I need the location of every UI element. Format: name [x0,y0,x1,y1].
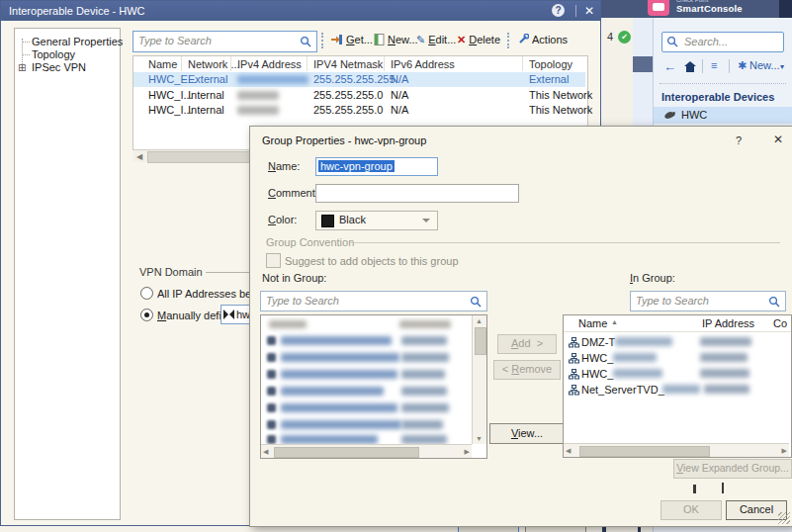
redacted-header [269,320,307,328]
column-header[interactable]: IPV4 Netmask [313,58,383,70]
session-changes-count: 4 [607,31,613,43]
column-header-name[interactable]: Name [578,317,607,329]
toolbar-grip [507,33,512,48]
scroll-right-icon[interactable]: ▶ [782,447,787,455]
vertical-scrollbar[interactable]: ▲ ▼ [472,315,486,444]
panel-scrollbar-thumb[interactable] [633,56,653,72]
column-header[interactable]: Network ... [188,58,240,70]
list-item[interactable]: HWC_ [564,350,776,366]
home-icon[interactable] [684,61,696,73]
column-header-ip[interactable]: IP Address [702,317,754,329]
tree-item-ipsec-vpn[interactable]: IPSec VPN [32,61,86,73]
list-item[interactable]: HWC_ [564,366,776,382]
cell-name: HWC_I... [148,104,193,116]
toolbar-separator [702,59,703,73]
edit-button[interactable]: ✎Edit... [416,34,456,46]
cell-network: External [188,73,227,85]
horizontal-scrollbar[interactable]: ◀ ▶ [261,444,472,458]
view-expanded-group-button[interactable]: View Expanded Group... [673,459,792,479]
object-row-hwc[interactable]: HWC [654,107,792,124]
get-button[interactable]: Get... [331,34,373,45]
tree-item-topology[interactable]: Topology [32,48,75,60]
resize-grip[interactable] [778,512,790,524]
help-icon[interactable]: ? [736,134,742,146]
list-item[interactable]: DMZ-T [564,334,776,350]
redacted-row [401,435,447,444]
radio-all-ip-addresses[interactable] [140,287,153,300]
scrollbar-thumb[interactable] [579,446,710,457]
toolbar-grip [321,33,326,48]
name-label: Name: [268,160,300,172]
scroll-down-icon[interactable]: ▼ [476,435,483,442]
tree-item-general-properties[interactable]: General Properties [32,36,123,47]
actions-button[interactable]: Actions [517,34,568,45]
new-object-star-icon[interactable]: ✱ [738,59,747,72]
scroll-left-icon[interactable]: ◀ [263,448,268,456]
section-divider [206,272,249,273]
back-arrow-icon[interactable]: ← [663,59,676,74]
help-icon[interactable]: ? [552,4,565,17]
in-group-label: In Group: [630,272,675,284]
name-input[interactable]: hwc-vpn-group [315,157,438,176]
scrollbar-thumb[interactable] [274,447,419,458]
delete-button[interactable]: ✕Delete [457,34,500,46]
group-convention-label: Group Convention [266,236,354,248]
cell-ipv6: N/A [391,73,408,85]
column-header[interactable]: Name [148,58,177,70]
in-group-list[interactable]: Name ▲ IP Address Co DMZ-T [563,314,792,458]
new-object-caret-icon[interactable]: ▾ [780,62,784,71]
vpn-domain-section-label: VPN Domain [139,266,203,278]
panel-scrollbar[interactable] [633,18,653,127]
horizontal-scrollbar[interactable]: ◀ ▶ [564,443,789,457]
scroll-right-icon[interactable]: ▶ [465,448,470,456]
network-group-icon [569,369,579,380]
column-header[interactable]: IPv6 Address [391,58,455,70]
redacted-mark [722,483,724,493]
new-object-button[interactable]: New... [749,59,780,71]
object-name: DMZ-T [581,336,615,348]
object-row-label: HWC [681,109,707,121]
not-in-group-list[interactable]: ▲ ▼ ◀ ▶ [260,314,487,459]
new-document-icon [374,34,385,45]
column-header-comment[interactable]: Co [773,317,787,329]
color-value: Black [339,214,366,225]
scroll-left-icon[interactable]: ◀ [136,152,142,161]
redacted-ip [700,369,749,378]
new-button[interactable]: New... [374,34,418,45]
table-row[interactable]: HWC_E... External 255.255.255.255 N/A Ex… [133,72,585,87]
close-icon[interactable]: ✕ [773,133,783,146]
objects-search-input[interactable]: Search... [661,32,784,52]
in-group-search-input[interactable]: Type to Search [630,291,786,311]
remove-button[interactable]: < Remove [493,360,561,380]
redacted-name [615,337,672,346]
dialog-titlebar[interactable]: Interoperable Device - HWC ? ✕ [1,1,600,21]
add-button[interactable]: Add > [497,334,557,354]
scroll-left-icon[interactable]: ◀ [566,447,571,455]
redacted-name [662,385,700,394]
column-header[interactable]: IPv4 Address [237,58,302,70]
cell-netmask: 255.255.255.0 [313,89,383,101]
redacted-ip [704,385,749,394]
table-row[interactable]: HWC_I... Internal 255.255.255.0 N/A This… [133,88,585,103]
objects-search-placeholder: Search... [684,36,728,47]
view-button[interactable]: View... [489,423,565,444]
color-swatch-black [321,215,334,227]
radio-manually-defined[interactable] [140,309,153,321]
scrollbar-thumb[interactable] [475,327,486,355]
table-row[interactable]: HWC_I... Internal 255.255.255.0 N/A This… [133,103,585,118]
search-icon [300,36,311,47]
list-view-icon[interactable]: ≡ [711,59,717,71]
tree-expand-icon[interactable]: ⊞ [18,62,26,73]
close-icon[interactable]: ✕ [584,4,594,18]
interoperable-device-icon [663,110,676,121]
comment-input[interactable] [315,184,519,203]
color-dropdown[interactable]: Black [315,211,438,230]
not-in-group-search-input[interactable]: Type to Search [260,291,487,311]
column-header[interactable]: Topology [529,58,572,70]
ok-button[interactable]: OK [660,500,722,520]
scroll-up-icon[interactable]: ▲ [476,317,483,324]
suggest-checkbox[interactable] [266,253,281,268]
redacted-row [281,435,378,444]
list-item[interactable]: Net_ServerTVD_ [564,382,776,398]
topology-search-input[interactable]: Type to Search [132,31,317,52]
